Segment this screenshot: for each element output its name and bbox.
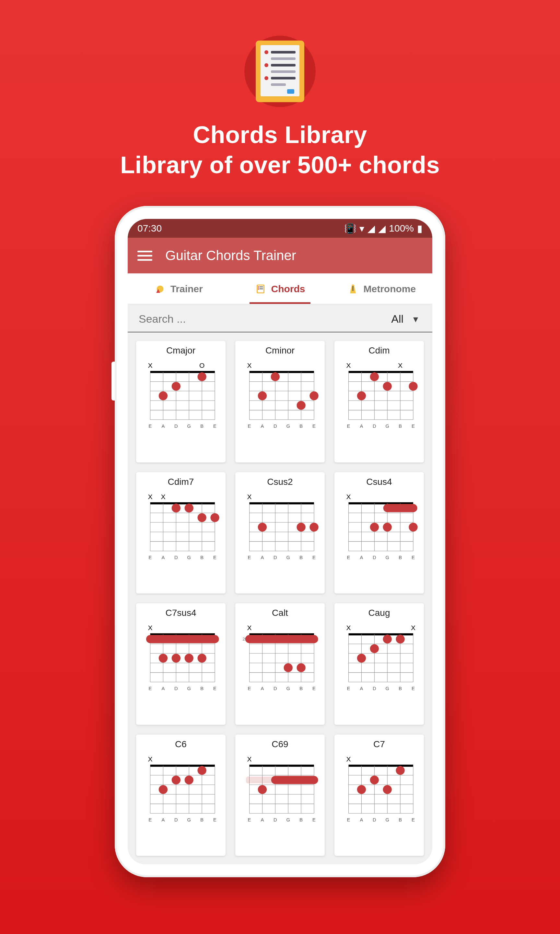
chord-card[interactable]: Cdim7XXEADGBE — [136, 472, 226, 594]
svg-text:X: X — [247, 362, 251, 369]
chord-card[interactable]: CdimXXEADGBE — [334, 341, 424, 462]
svg-point-164 — [185, 654, 194, 663]
chord-card[interactable]: CaugXXEADGBE — [334, 603, 424, 725]
svg-text:E: E — [248, 555, 251, 560]
svg-text:E: E — [312, 555, 315, 560]
tab-chords[interactable]: Chords — [229, 273, 331, 304]
chord-diagram: XEADGBE — [338, 752, 420, 824]
svg-text:D: D — [174, 686, 178, 691]
svg-text:B: B — [200, 424, 203, 429]
chords-icon — [255, 283, 266, 295]
chord-card[interactable]: Csus4XEADGBE — [334, 472, 424, 594]
svg-text:D: D — [174, 424, 178, 429]
svg-point-210 — [370, 644, 379, 653]
status-time: 07:30 — [137, 223, 162, 234]
chord-diagram: XXEADGBE — [338, 621, 420, 692]
svg-text:D: D — [174, 555, 178, 560]
svg-point-257 — [258, 785, 267, 794]
chord-card[interactable]: CmajorXOEADGBE — [136, 341, 226, 462]
chord-card[interactable]: C6XEADGBE — [136, 735, 226, 856]
svg-text:E: E — [412, 686, 415, 691]
signal-icon-2: ◢ — [378, 223, 386, 234]
svg-text:D: D — [274, 555, 277, 560]
svg-text:E: E — [347, 817, 350, 822]
svg-rect-161 — [146, 635, 219, 643]
chord-card[interactable]: C7sus4XEADGBE — [136, 603, 226, 725]
svg-text:A: A — [162, 817, 165, 822]
svg-text:G: G — [385, 555, 389, 560]
svg-text:X: X — [411, 624, 415, 632]
chord-diagram: XEADGBE — [239, 358, 321, 430]
chord-card[interactable]: C7XEADGBE — [334, 735, 424, 856]
svg-text:G: G — [385, 686, 389, 691]
wifi-icon: ▾ — [359, 223, 364, 234]
chord-name: C6 — [175, 739, 187, 749]
svg-text:A: A — [360, 555, 363, 560]
svg-rect-7 — [352, 286, 354, 291]
chord-name: C7sus4 — [166, 608, 196, 618]
tab-metronome[interactable]: Metronome — [331, 273, 432, 304]
chord-name: C7 — [373, 739, 385, 749]
svg-point-46 — [297, 401, 305, 410]
svg-text:D: D — [373, 817, 376, 822]
svg-point-212 — [396, 635, 405, 643]
svg-text:E: E — [312, 817, 315, 822]
svg-text:E: E — [347, 424, 350, 429]
svg-text:B: B — [300, 424, 303, 429]
svg-text:G: G — [286, 424, 290, 429]
svg-point-162 — [159, 654, 168, 663]
svg-text:A: A — [360, 424, 363, 429]
phone-frame: 07:30 📳 ▾ ◢ ◢ 100% ▮ Guitar Chords Train… — [115, 206, 445, 877]
svg-text:X: X — [148, 624, 152, 632]
svg-text:E: E — [149, 817, 152, 822]
chord-card[interactable]: Csus2XEADGBE — [235, 472, 325, 594]
hamburger-menu-icon[interactable] — [137, 251, 152, 261]
svg-text:X: X — [148, 493, 152, 500]
svg-text:X: X — [398, 362, 403, 369]
svg-text:G: G — [385, 817, 389, 822]
chord-grid: CmajorXOEADGBECminorXEADGBECdimXXEADGBEC… — [128, 333, 432, 864]
svg-point-188 — [297, 663, 305, 672]
svg-point-116 — [297, 522, 305, 531]
svg-text:X: X — [247, 493, 251, 500]
svg-text:E: E — [312, 424, 315, 429]
filter-dropdown[interactable]: All ▾ — [391, 313, 421, 325]
chord-name: Cdim — [368, 345, 389, 356]
chord-diagram: XEADGBE — [239, 490, 321, 561]
svg-point-93 — [185, 504, 194, 512]
search-row: All ▾ — [128, 304, 432, 333]
tab-trainer[interactable]: Trainer — [128, 273, 229, 304]
svg-text:E: E — [213, 686, 217, 691]
svg-rect-186 — [245, 635, 318, 643]
svg-point-279 — [383, 785, 392, 794]
svg-text:E: E — [312, 686, 315, 691]
svg-text:X: X — [247, 624, 251, 632]
svg-text:D: D — [274, 817, 277, 822]
chord-diagram: XEADGBE — [140, 621, 222, 692]
search-input[interactable] — [139, 313, 388, 325]
status-bar: 07:30 📳 ▾ ◢ ◢ 100% ▮ — [128, 219, 432, 238]
svg-text:E: E — [213, 555, 217, 560]
svg-text:A: A — [162, 424, 165, 429]
svg-point-44 — [258, 391, 267, 400]
svg-text:X: X — [346, 755, 351, 763]
chord-diagram: XEADGBE — [140, 752, 222, 824]
svg-text:E: E — [347, 555, 350, 560]
app-bar: Guitar Chords Trainer — [128, 238, 432, 273]
chord-card[interactable]: C69XEADGBE — [235, 735, 325, 856]
svg-point-234 — [185, 775, 194, 784]
chord-card[interactable]: CminorXEADGBE — [235, 341, 325, 462]
svg-point-280 — [396, 766, 405, 775]
svg-text:E: E — [412, 424, 415, 429]
svg-text:X: X — [346, 493, 351, 500]
svg-text:E: E — [412, 555, 415, 560]
svg-point-138 — [370, 522, 379, 531]
trainer-icon — [154, 283, 166, 295]
svg-rect-6 — [260, 289, 263, 289]
svg-text:B: B — [398, 817, 402, 822]
svg-point-139 — [383, 522, 392, 531]
chord-card[interactable]: CaltX2frEADGBE — [235, 603, 325, 725]
chevron-down-icon: ▾ — [413, 313, 418, 325]
svg-point-115 — [258, 522, 267, 531]
svg-rect-256 — [271, 776, 318, 784]
